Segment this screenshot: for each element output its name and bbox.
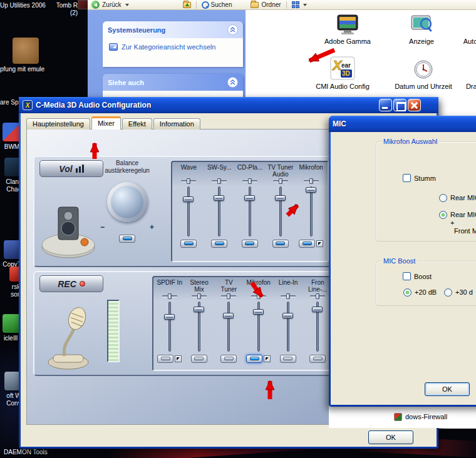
balance-mini-slider[interactable] <box>192 293 207 299</box>
mute-button[interactable] <box>180 240 197 248</box>
record-slider[interactable] <box>252 302 265 352</box>
windows-firewall-label-patch: dows-Firewall <box>329 405 476 428</box>
svg-text:3D: 3D <box>342 70 350 77</box>
back-button[interactable]: Zurück <box>91 1 129 9</box>
tab-effekt[interactable]: Effekt <box>122 118 152 130</box>
volume-slider[interactable] <box>244 186 256 237</box>
search-button[interactable]: Suchen <box>202 1 232 8</box>
switch-view-icon <box>109 43 118 51</box>
mic-boost-group: MIC Boost <box>376 261 476 306</box>
channel-front-line: FronLine-... <box>303 279 333 369</box>
toolbar-separator <box>196 1 197 9</box>
select-button-selected[interactable] <box>246 355 262 363</box>
balance-mini-slider[interactable] <box>181 178 196 184</box>
balance-mini-slider[interactable] <box>212 178 227 184</box>
folders-button[interactable]: Ordner <box>251 1 281 8</box>
mute-button[interactable] <box>299 240 315 248</box>
cp-icon-datum-uhrzeit[interactable]: Datum und Uhrzeit <box>387 59 460 90</box>
desktop-icon-icleill[interactable]: icleIll <box>0 314 21 342</box>
desktop-icon-up-utilities[interactable]: Up Utilities 2006 <box>0 2 46 9</box>
balance-mini-slider[interactable] <box>162 293 177 299</box>
microphone-illustration <box>43 297 98 371</box>
advanced-button[interactable] <box>316 240 323 247</box>
collapse-chevron-button[interactable] <box>227 77 238 88</box>
rear-front-mic-radio[interactable]: Rear MIC +Front MIC <box>439 211 476 235</box>
balance-mini-slider[interactable] <box>310 293 325 299</box>
rear-mic-radio[interactable]: Rear MIC <box>439 194 476 202</box>
views-dropdown-icon <box>303 4 307 6</box>
knob-minus-label: − <box>100 223 105 232</box>
boost-30db-radio[interactable]: +30 d <box>444 288 473 297</box>
balance-mini-slider[interactable] <box>281 293 296 299</box>
cmedia-ok-button[interactable]: OK <box>368 430 413 444</box>
radio-icon <box>439 211 447 219</box>
channel-mikrofon-vol: Mikrofon <box>296 164 326 260</box>
balance-mini-slider[interactable] <box>221 293 236 299</box>
switch-to-category-view-link[interactable]: Zur Kategorieansicht wechseln <box>109 43 237 51</box>
channel-mikrofon-rec: Mikrofon <box>244 279 273 369</box>
volume-slider[interactable] <box>182 186 195 237</box>
channel-stereo-mix: StereoMix <box>184 279 214 369</box>
taskpane-body: Zur Kategorieansicht wechseln <box>103 38 243 67</box>
back-dropdown-icon <box>125 4 129 6</box>
record-led-icon <box>80 281 85 287</box>
close-button[interactable] <box>408 99 421 111</box>
maximize-button[interactable] <box>393 99 406 111</box>
minimize-button[interactable] <box>379 99 392 111</box>
record-slider[interactable] <box>311 302 324 352</box>
recording-slider-panel: SPDIF In StereoMix TVTuner <box>152 276 335 371</box>
record-slider[interactable] <box>163 302 176 352</box>
tab-information[interactable]: Information <box>153 118 200 130</box>
cp-icon-cmi-audio-config[interactable]: Xear3D CMI Audio Config <box>308 56 377 90</box>
select-button[interactable] <box>191 355 207 363</box>
desktop-icon-are-sp[interactable]: are Sp <box>0 99 18 106</box>
balance-knob[interactable] <box>107 182 147 222</box>
mic-ok-button[interactable]: OK <box>425 382 470 396</box>
volume-slider[interactable] <box>213 186 225 237</box>
advanced-button[interactable] <box>175 355 182 362</box>
record-slider[interactable] <box>193 302 205 352</box>
knob-plus-label: + <box>150 223 154 232</box>
mic-dialog: MIC Mikrofon Auswahl Stumm Rear MIC Rear… <box>329 116 476 407</box>
radio-icon <box>403 288 411 297</box>
balance-mini-slider[interactable] <box>273 178 288 184</box>
master-mute-button[interactable] <box>119 235 135 243</box>
advanced-button[interactable] <box>264 355 271 362</box>
up-button[interactable] <box>183 2 191 8</box>
select-button[interactable] <box>220 355 237 363</box>
collapse-chevron-button[interactable] <box>227 24 238 35</box>
xear3d-icon: Xear3D <box>330 56 355 80</box>
select-button[interactable] <box>309 355 326 363</box>
cp-icon-adobe-gamma[interactable]: Adobe Gamma <box>313 14 382 45</box>
stumm-checkbox[interactable]: Stumm <box>403 174 436 182</box>
record-slider[interactable] <box>222 302 235 352</box>
explorer-toolbar: Zurück Suchen Ordner <box>88 0 476 10</box>
desktop-icon-daemon-tools[interactable]: DAEMON Tools <box>4 449 48 456</box>
balance-mini-slider[interactable] <box>304 178 319 184</box>
channel-spdif-in: SPDIF In <box>155 279 184 369</box>
mute-button[interactable] <box>272 240 289 248</box>
boost-20db-radio[interactable]: +20 dB <box>403 288 437 297</box>
views-button[interactable] <box>292 1 307 8</box>
record-slider[interactable] <box>282 302 294 352</box>
tab-mixer[interactable]: Mixer <box>91 116 121 130</box>
channel-line-in: Line-In <box>273 279 303 369</box>
volume-slider[interactable] <box>274 186 287 237</box>
mute-button[interactable] <box>242 240 258 248</box>
firewall-icon <box>394 413 402 421</box>
balance-mini-slider[interactable] <box>242 178 257 184</box>
cp-icon-auto-updates[interactable]: Automatische Updates <box>457 14 476 45</box>
balance-mini-slider[interactable] <box>251 293 266 299</box>
tab-haupteinstellung[interactable]: Haupteinstellung <box>26 118 90 130</box>
taskpane-header: Systemsteuerung <box>103 21 243 38</box>
volume-slider[interactable] <box>305 186 318 237</box>
select-button[interactable] <box>157 355 173 363</box>
cp-icon-anzeige[interactable]: Anzeige <box>387 14 456 45</box>
channel-wave: Wave <box>173 164 204 260</box>
select-button[interactable] <box>280 355 296 363</box>
boost-checkbox[interactable]: Boost <box>403 272 432 280</box>
cp-icon-drahtlos[interactable]: Drahtlosnetzwerkins... <box>461 59 476 90</box>
desktop-icon-emule[interactable]: pfung mit emule <box>0 38 44 73</box>
channel-tv-tuner: TVTuner <box>214 279 244 369</box>
mute-button[interactable] <box>211 240 227 248</box>
